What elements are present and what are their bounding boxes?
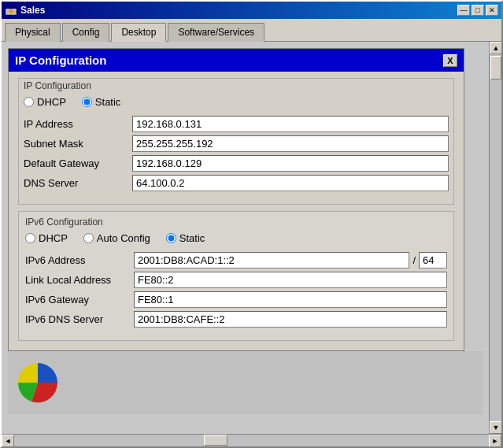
ipv6-dhcp-radio[interactable] <box>25 233 35 243</box>
subnet-mask-input[interactable] <box>132 135 449 152</box>
close-button[interactable]: ✕ <box>486 5 498 16</box>
link-local-input[interactable] <box>134 272 447 288</box>
ip-address-label: IP Address <box>24 116 126 132</box>
ipv4-static-radio[interactable] <box>82 97 92 107</box>
bottom-scrollbar: ◄ ► <box>2 434 501 446</box>
ipv6-static-label: Static <box>179 232 205 244</box>
bottom-area <box>8 351 483 414</box>
ipv6-dns-label: IPv6 DNS Server <box>25 311 128 328</box>
ipv6-auto-option[interactable]: Auto Config <box>83 232 150 244</box>
right-scrollbar: ▲ ▼ <box>489 42 501 434</box>
ipv6-auto-radio[interactable] <box>83 233 94 243</box>
subnet-mask-label: Subnet Mask <box>24 135 126 152</box>
svg-point-2 <box>9 9 13 13</box>
dialog-body: IP Configuration DHCP Static <box>9 72 464 350</box>
tab-bar: Physical Config Desktop Software/Service… <box>2 19 501 42</box>
dialog-header: IP Configuration X <box>9 49 464 72</box>
ipv6-gateway-label: IPv6 Gateway <box>25 291 128 308</box>
ipv6-radio-group: DHCP Auto Config Static <box>25 232 447 244</box>
ipv6-address-label: IPv6 Address <box>25 252 128 268</box>
ipv6-fields: IPv6 Address / Link Local Address IPv6 G… <box>25 252 447 328</box>
tab-desktop[interactable]: Desktop <box>111 23 166 42</box>
ipv4-radio-group: DHCP Static <box>24 96 449 108</box>
scroll-down-button[interactable]: ▼ <box>490 421 501 434</box>
ipv4-static-option[interactable]: Static <box>82 96 121 108</box>
ipv6-static-option[interactable]: Static <box>166 232 205 244</box>
dialog-close-button[interactable]: X <box>443 54 457 67</box>
ipv6-section: IPv6 Configuration DHCP Auto Config <box>18 211 454 341</box>
main-panel: IP Configuration X IP Configuration DHCP <box>2 42 489 434</box>
ipv6-address-input[interactable] <box>134 252 409 268</box>
ipv4-dhcp-label: DHCP <box>37 96 66 108</box>
ipv4-dhcp-radio[interactable] <box>24 97 34 107</box>
ipv4-static-label: Static <box>95 96 121 108</box>
h-scroll-thumb[interactable] <box>204 435 227 446</box>
ipv4-dhcp-option[interactable]: DHCP <box>24 96 66 108</box>
ipv6-dhcp-label: DHCP <box>39 232 68 244</box>
minimize-button[interactable]: — <box>457 5 470 16</box>
title-bar: Sales — □ ✕ <box>2 2 501 19</box>
scroll-left-button[interactable]: ◄ <box>2 435 14 447</box>
default-gateway-input[interactable] <box>132 155 449 172</box>
ipv4-fields: IP Address Subnet Mask Default Gateway D… <box>24 116 449 191</box>
default-gateway-label: Default Gateway <box>24 155 126 172</box>
ipv6-dns-input[interactable] <box>134 311 447 328</box>
content-area: IP Configuration X IP Configuration DHCP <box>2 42 501 434</box>
scroll-right-button[interactable]: ► <box>489 435 501 447</box>
ipv6-address-row: / <box>134 252 447 268</box>
link-local-label: Link Local Address <box>25 272 128 288</box>
ip-address-input[interactable] <box>132 116 449 132</box>
prefix-length-input[interactable] <box>419 252 447 268</box>
window-title: Sales <box>20 5 457 16</box>
h-scroll-track[interactable] <box>14 435 489 446</box>
pie-chart <box>14 359 61 406</box>
ipv6-dhcp-option[interactable]: DHCP <box>25 232 68 244</box>
dialog-title: IP Configuration <box>15 54 106 67</box>
ipv6-static-radio[interactable] <box>166 233 176 243</box>
scroll-track[interactable] <box>490 54 501 421</box>
main-window: Sales — □ ✕ Physical Config Desktop Soft… <box>0 0 503 448</box>
ipv4-section-label: IP Configuration <box>24 80 449 91</box>
window-icon <box>5 4 17 17</box>
ipv6-auto-label: Auto Config <box>97 232 150 244</box>
ipv4-section: IP Configuration DHCP Static <box>18 78 454 205</box>
scroll-up-button[interactable]: ▲ <box>490 42 501 54</box>
tab-config[interactable]: Config <box>62 23 110 42</box>
ipv6-section-label: IPv6 Configuration <box>25 217 447 228</box>
scroll-thumb[interactable] <box>490 56 501 80</box>
ipv6-gateway-input[interactable] <box>134 291 447 308</box>
tab-software-services[interactable]: Software/Services <box>168 23 264 42</box>
maximize-button[interactable]: □ <box>472 5 484 16</box>
dns-server-input[interactable] <box>132 175 449 191</box>
tab-physical[interactable]: Physical <box>5 23 61 42</box>
svg-rect-1 <box>6 6 17 9</box>
dns-server-label: DNS Server <box>24 175 126 191</box>
window-controls: — □ ✕ <box>457 5 498 16</box>
ip-configuration-dialog: IP Configuration X IP Configuration DHCP <box>8 48 464 351</box>
prefix-slash: / <box>411 254 417 266</box>
